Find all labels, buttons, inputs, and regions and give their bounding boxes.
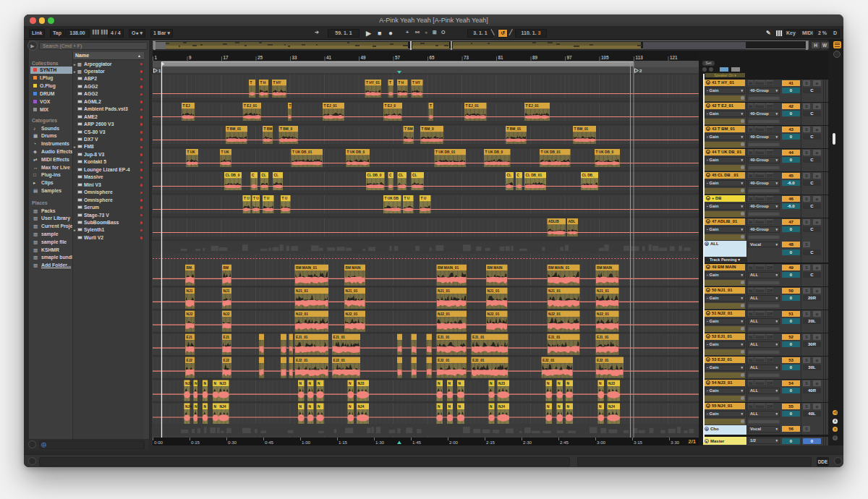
- svg-text:T U: T U: [244, 197, 250, 200]
- svg-text:N: N: [318, 382, 320, 385]
- svg-text:NJ3: NJ3: [185, 382, 192, 385]
- svg-text:NJ3: NJ3: [358, 382, 365, 385]
- svg-text:1:15: 1:15: [339, 440, 348, 445]
- svg-text:NJ4: NJ4: [185, 405, 192, 409]
- svg-text:49: 49: [361, 55, 367, 60]
- svg-text:BM.: BM.: [187, 266, 193, 270]
- svg-text:NJ1_01: NJ1_01: [597, 289, 609, 293]
- svg-text:EJ2_01: EJ2_01: [542, 359, 555, 362]
- svg-text:EJ2_01: EJ2_01: [296, 359, 308, 362]
- svg-text:NJ1_01: NJ1_01: [488, 289, 500, 293]
- svg-text:EJ2_01: EJ2_01: [472, 359, 485, 362]
- svg-text:N: N: [195, 382, 197, 385]
- svg-text:NJ1_01: NJ1_01: [346, 289, 358, 293]
- svg-text:EJ1_01: EJ1_01: [296, 336, 308, 339]
- svg-text:T U: T U: [253, 197, 259, 200]
- svg-text:T BM: T BM: [404, 127, 413, 131]
- svg-text:9: 9: [189, 55, 192, 60]
- svg-text:113: 113: [636, 55, 644, 60]
- svg-text:N: N: [349, 382, 352, 385]
- svg-text:N: N: [318, 405, 320, 409]
- svg-text:N: N: [214, 382, 217, 385]
- svg-text:NJ2_01: NJ2_01: [296, 312, 308, 316]
- svg-text:1:00: 1:00: [302, 440, 311, 445]
- svg-text:T: T: [250, 81, 252, 85]
- svg-text:T: T: [289, 104, 292, 108]
- svg-text:2:45: 2:45: [560, 440, 569, 445]
- svg-text:CL: CL: [262, 174, 266, 177]
- svg-text:C: C: [252, 174, 255, 177]
- svg-text:N: N: [448, 382, 451, 385]
- svg-text:N: N: [558, 382, 561, 385]
- svg-text:CL: CL: [412, 174, 417, 177]
- svg-text:BM MAIN_01: BM MAIN_01: [438, 266, 459, 270]
- svg-text:41: 41: [326, 55, 332, 60]
- svg-text:N: N: [459, 405, 461, 409]
- svg-text:NJ3: NJ3: [498, 382, 505, 385]
- svg-text:N: N: [599, 382, 602, 385]
- svg-text:BM: BM: [224, 266, 229, 270]
- svg-text:NJ2: NJ2: [224, 312, 230, 316]
- svg-text:1:45: 1:45: [412, 440, 422, 445]
- svg-text:EJ1_01: EJ1_01: [438, 336, 450, 339]
- svg-text:N: N: [547, 405, 550, 409]
- svg-text:T BM_01: T BM_01: [507, 127, 522, 131]
- svg-text:N: N: [448, 405, 451, 409]
- svg-text:N: N: [309, 382, 312, 385]
- svg-text:2:00: 2:00: [449, 440, 459, 445]
- svg-text:3:30: 3:30: [671, 440, 680, 445]
- svg-text:17: 17: [224, 55, 229, 60]
- svg-text:BM MAIN_01: BM MAIN_01: [296, 266, 317, 270]
- svg-text:0:15: 0:15: [191, 440, 200, 445]
- svg-text:NJ4: NJ4: [358, 405, 365, 409]
- svg-text:EJ1: EJ1: [187, 336, 193, 339]
- svg-text:0:00: 0:00: [154, 440, 163, 445]
- svg-text:C: C: [517, 174, 520, 177]
- svg-text:N: N: [567, 382, 570, 385]
- svg-text:97: 97: [567, 55, 573, 60]
- svg-text:EJ1: EJ1: [224, 336, 230, 339]
- svg-text:NJ3: NJ3: [220, 382, 226, 385]
- svg-text:T HY: T HY: [273, 81, 282, 85]
- svg-text:T UK: T UK: [187, 150, 196, 154]
- svg-text:CL: CL: [507, 174, 511, 177]
- svg-text:T BM_01: T BM_01: [227, 127, 242, 131]
- svg-text:T HY_01: T HY_01: [366, 81, 380, 85]
- svg-text:T HY: T HY: [412, 81, 421, 85]
- svg-text:T BM_0: T BM_0: [280, 127, 292, 131]
- svg-text:N: N: [204, 405, 207, 409]
- svg-text:T UK DB_0: T UK DB_0: [347, 150, 365, 154]
- svg-text:3:00: 3:00: [597, 440, 606, 445]
- svg-text:3:15: 3:15: [634, 440, 643, 445]
- svg-text:T BM: T BM: [264, 127, 273, 131]
- svg-text:121: 121: [670, 55, 678, 60]
- svg-text:N: N: [299, 382, 302, 385]
- svg-text:T EJ_01: T EJ_01: [526, 104, 539, 108]
- svg-text:65: 65: [430, 55, 435, 60]
- svg-text:NJ2_01: NJ2_01: [346, 312, 358, 316]
- svg-text:NJ2_01: NJ2_01: [597, 312, 609, 316]
- svg-text:81: 81: [498, 55, 504, 60]
- svg-text:T EJ_01: T EJ_01: [466, 104, 479, 108]
- svg-text:T U: T U: [421, 197, 427, 200]
- svg-text:2:15: 2:15: [486, 440, 495, 445]
- svg-text:EJ1_01: EJ1_01: [333, 336, 346, 339]
- svg-text:N: N: [309, 405, 312, 409]
- svg-text:T H: T H: [260, 81, 266, 85]
- svg-text:N: N: [459, 382, 461, 385]
- svg-text:1:30: 1:30: [375, 440, 385, 445]
- svg-text:CL DB_01: CL DB_01: [526, 174, 542, 177]
- svg-text:0:45: 0:45: [265, 440, 274, 445]
- svg-text:T EJ_01: T EJ_01: [244, 104, 257, 108]
- svg-text:T UK DB_01: T UK DB_01: [435, 150, 456, 154]
- svg-text:T UK DB: T UK DB: [385, 197, 399, 200]
- svg-text:T: T: [430, 104, 432, 108]
- svg-text:T BM_01: T BM_01: [574, 127, 589, 131]
- svg-text:T EJ_0: T EJ_0: [385, 104, 396, 108]
- svg-text:33: 33: [292, 55, 298, 60]
- svg-text:T U: T U: [404, 197, 410, 200]
- svg-text:89: 89: [532, 55, 538, 60]
- svg-text:N: N: [567, 405, 570, 409]
- svg-text:ADL: ADL: [569, 220, 576, 223]
- svg-text:EJ2_01: EJ2_01: [333, 359, 346, 362]
